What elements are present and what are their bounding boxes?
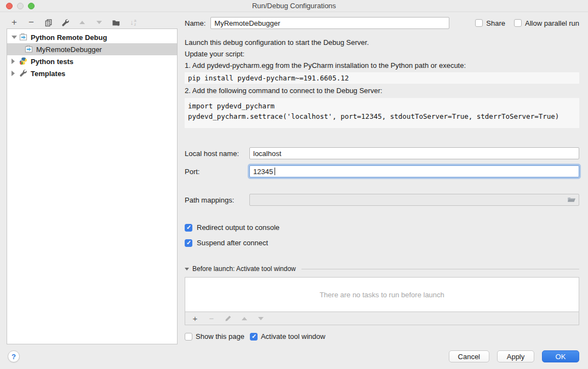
show-this-page-option[interactable]: Show this page xyxy=(185,332,244,341)
divider xyxy=(301,269,579,269)
titlebar: Run/Debug Configurations xyxy=(0,0,588,12)
settrace-code-line-1: import pydevd_pycharm xyxy=(188,102,275,110)
tree-item-templates[interactable]: Templates xyxy=(7,67,177,79)
edit-defaults-wrench-icon[interactable] xyxy=(61,18,70,27)
activate-tool-window-checkbox[interactable] xyxy=(250,333,258,341)
run-debug-config-icon xyxy=(19,33,28,42)
intro-line-1: Launch this debug configuration to start… xyxy=(185,37,579,48)
suspend-after-connect-checkbox[interactable] xyxy=(185,239,192,247)
apply-button[interactable]: Apply xyxy=(497,350,534,362)
edit-task-pencil-icon[interactable] xyxy=(224,314,232,323)
instructions: Launch this debug configuration to start… xyxy=(185,37,579,128)
show-this-page-checkbox[interactable] xyxy=(185,333,192,341)
minimize-window-button[interactable] xyxy=(17,3,24,9)
allow-parallel-run-checkbox[interactable] xyxy=(514,19,522,27)
chevron-down-icon[interactable] xyxy=(185,268,189,270)
dialog-buttons: Cancel Apply OK xyxy=(449,350,579,362)
share-checkbox[interactable] xyxy=(475,19,483,27)
allow-parallel-run-checkbox-item[interactable]: Allow parallel run xyxy=(514,19,579,27)
pip-install-code: pip install pydevd-pycharm~=191.6605.12 xyxy=(185,72,579,84)
suspend-after-connect-label: Suspend after connect xyxy=(197,239,268,247)
move-task-down-icon[interactable] xyxy=(256,314,265,323)
name-label: Name: xyxy=(185,19,205,27)
activate-tool-window-label: Activate tool window xyxy=(261,332,326,341)
suspend-after-connect-option[interactable]: Suspend after connect xyxy=(185,239,579,247)
show-this-page-label: Show this page xyxy=(196,332,244,341)
help-question-icon: ? xyxy=(12,353,16,361)
name-input[interactable] xyxy=(210,17,449,29)
open-folder-icon xyxy=(567,197,576,204)
move-up-icon[interactable] xyxy=(78,18,87,27)
chevron-right-icon[interactable] xyxy=(12,71,17,76)
step-2-text: 2. Add the following command to connect … xyxy=(185,85,579,96)
new-folder-icon[interactable] xyxy=(112,18,121,27)
browse-path-mappings-button[interactable] xyxy=(567,195,576,204)
before-launch-section: Before launch: Activate tool window Ther… xyxy=(185,265,579,341)
local-host-name-label: Local host name: xyxy=(185,149,249,158)
allow-parallel-run-label: Allow parallel run xyxy=(525,19,579,27)
activate-tool-window-option[interactable]: Activate tool window xyxy=(250,332,326,341)
redirect-output-checkbox[interactable] xyxy=(185,224,192,232)
configurations-tree: Python Remote Debug MyRemoteDebugger Pyt… xyxy=(7,28,178,344)
before-launch-tasks-box: There are no tasks to run before launch … xyxy=(185,277,579,325)
cancel-button[interactable]: Cancel xyxy=(449,350,489,362)
wrench-icon xyxy=(19,69,28,78)
redirect-output-option[interactable]: Redirect output to console xyxy=(185,223,579,232)
chevron-right-icon[interactable] xyxy=(12,59,17,64)
chevron-down-icon[interactable] xyxy=(12,36,17,39)
tree-item-label: Python tests xyxy=(31,57,73,66)
close-window-button[interactable] xyxy=(6,3,13,9)
text-caret xyxy=(275,168,275,175)
tree-item-python-tests[interactable]: Python tests xyxy=(7,55,177,67)
share-label: Share xyxy=(486,19,505,27)
add-configuration-icon[interactable]: + xyxy=(10,18,19,27)
python-tests-icon xyxy=(19,57,28,66)
configurations-toolbar: + − ↓az xyxy=(10,17,138,28)
traffic-lights xyxy=(6,3,35,9)
tasks-empty-message: There are no tasks to run before launch xyxy=(185,278,579,312)
tree-item-label: MyRemoteDebugger xyxy=(36,45,102,54)
tree-item-label: Templates xyxy=(31,70,65,78)
zoom-window-button[interactable] xyxy=(28,3,35,9)
before-launch-header[interactable]: Before launch: Activate tool window xyxy=(185,265,579,273)
path-mappings-label: Path mappings: xyxy=(185,196,249,204)
path-mappings-input[interactable] xyxy=(249,194,579,206)
tree-item-myremotedebugger[interactable]: MyRemoteDebugger xyxy=(7,43,177,55)
local-host-name-input[interactable] xyxy=(249,147,579,159)
port-label: Port: xyxy=(185,168,249,176)
before-launch-title: Before launch: Activate tool window xyxy=(192,265,296,273)
run-debug-config-icon xyxy=(25,45,33,54)
tree-item-python-remote-debug[interactable]: Python Remote Debug xyxy=(7,31,177,43)
sort-configurations-icon[interactable]: ↓az xyxy=(129,18,138,27)
help-button[interactable]: ? xyxy=(8,350,20,362)
remove-task-icon[interactable]: − xyxy=(207,314,216,323)
add-task-icon[interactable]: + xyxy=(191,314,199,323)
copy-configuration-icon[interactable] xyxy=(44,18,53,27)
intro-line-2: Update your script: xyxy=(185,48,579,60)
remove-configuration-icon[interactable]: − xyxy=(27,18,36,27)
ok-button[interactable]: OK xyxy=(542,350,579,362)
settrace-code-line-2: pydevd_pycharm.settrace('localhost', por… xyxy=(188,112,559,120)
step-1-text: 1. Add pydevd-pycharm.egg from the PyCha… xyxy=(185,60,579,71)
move-down-icon[interactable] xyxy=(95,18,104,27)
move-task-up-icon[interactable] xyxy=(240,314,249,323)
share-checkbox-item[interactable]: Share xyxy=(475,19,505,27)
settrace-code: import pydevd_pycharm pydevd_pycharm.set… xyxy=(185,98,579,128)
tree-item-label: Python Remote Debug xyxy=(31,33,107,42)
redirect-output-label: Redirect output to console xyxy=(197,223,279,232)
window-title: Run/Debug Configurations xyxy=(252,2,336,10)
configuration-editor: Name: Share Allow parallel run Launch th… xyxy=(185,17,579,341)
tasks-toolbar: + − xyxy=(185,312,579,325)
port-input[interactable] xyxy=(249,165,579,177)
